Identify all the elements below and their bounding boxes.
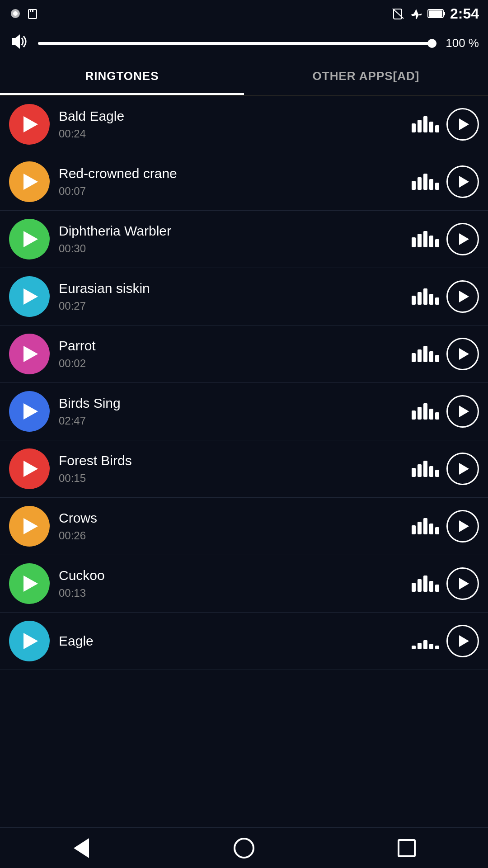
play-button[interactable] — [446, 223, 479, 255]
ringtone-duration: 02:47 — [59, 415, 403, 427]
volume-percentage: 100 % — [446, 36, 479, 50]
ringtone-info: Crows00:26 — [59, 510, 403, 542]
back-icon — [74, 838, 89, 858]
ringtone-name: Eagle — [59, 633, 403, 649]
list-item: Crows00:26 — [0, 498, 488, 555]
ringtone-actions — [412, 510, 479, 542]
audio-bars-icon[interactable] — [412, 116, 439, 132]
ringtone-info: Parrot00:02 — [59, 338, 403, 370]
volume-slider[interactable] — [38, 42, 436, 45]
ringtone-actions — [412, 108, 479, 141]
ringtone-duration: 00:02 — [59, 357, 403, 370]
ringtone-actions — [412, 395, 479, 428]
volume-thumb[interactable] — [427, 39, 436, 48]
play-button[interactable] — [446, 453, 479, 485]
ringtone-actions — [412, 625, 479, 657]
ringtone-duration: 00:24 — [59, 127, 403, 140]
time-display: 2:54 — [450, 5, 479, 22]
play-button[interactable] — [446, 280, 479, 313]
play-circle-button[interactable] — [9, 621, 50, 661]
play-circle-button[interactable] — [9, 334, 50, 374]
ringtone-info: Eurasian siskin00:27 — [59, 281, 403, 312]
ringtone-name: Bald Eagle — [59, 108, 403, 124]
list-item: Forest Birds00:15 — [0, 440, 488, 498]
nav-back-button[interactable] — [68, 835, 95, 862]
ringtone-actions — [412, 165, 479, 198]
ringtone-name: Diphtheria Warbler — [59, 223, 403, 239]
play-circle-button[interactable] — [9, 448, 50, 489]
ringtone-info: Diphtheria Warbler00:30 — [59, 223, 403, 255]
play-triangle-icon — [459, 176, 469, 188]
play-triangle-icon — [459, 233, 469, 245]
audio-bars-icon[interactable] — [412, 461, 439, 477]
play-circle-button[interactable] — [9, 104, 50, 145]
svg-rect-9 — [429, 10, 442, 17]
status-bar: 2:54 — [0, 0, 488, 27]
volume-icon — [9, 32, 29, 55]
ringtone-list: Bald Eagle00:24Red-crowned crane00:07Dip… — [0, 96, 488, 670]
play-icon — [23, 346, 38, 362]
ringtone-info: Forest Birds00:15 — [59, 453, 403, 485]
play-circle-button[interactable] — [9, 161, 50, 202]
status-right-icons: 2:54 — [391, 5, 479, 22]
ringtone-actions — [412, 338, 479, 370]
play-icon — [23, 403, 38, 420]
ringtone-actions — [412, 567, 479, 600]
svg-point-1 — [13, 11, 18, 16]
ringtone-duration: 00:27 — [59, 300, 403, 312]
ringtone-name: Parrot — [59, 338, 403, 354]
sd-card-icon — [26, 7, 39, 20]
play-icon — [23, 116, 38, 132]
no-sim-icon — [391, 7, 405, 20]
ringtone-info: Bald Eagle00:24 — [59, 108, 403, 140]
audio-bars-icon[interactable] — [412, 403, 439, 420]
audio-bars-icon[interactable] — [412, 346, 439, 362]
play-button[interactable] — [446, 625, 479, 657]
audio-bars-icon[interactable] — [412, 518, 439, 534]
ringtone-name: Forest Birds — [59, 453, 403, 468]
play-circle-button[interactable] — [9, 276, 50, 317]
play-icon — [23, 461, 38, 477]
play-button[interactable] — [446, 165, 479, 198]
volume-bar: 100 % — [0, 27, 488, 59]
ringtone-info: Cuckoo00:13 — [59, 568, 403, 599]
record-icon — [9, 7, 22, 20]
recent-icon — [398, 839, 416, 857]
tabs-bar: RINGTONES OTHER APPS[AD] — [0, 59, 488, 96]
play-circle-button[interactable] — [9, 506, 50, 547]
ringtone-name: Cuckoo — [59, 568, 403, 583]
nav-recent-button[interactable] — [393, 835, 420, 862]
audio-bars-icon[interactable] — [412, 633, 439, 649]
play-icon — [23, 231, 38, 247]
audio-bars-icon[interactable] — [412, 288, 439, 305]
audio-bars-icon[interactable] — [412, 174, 439, 190]
volume-fill — [38, 42, 436, 45]
home-icon — [234, 838, 254, 859]
play-button[interactable] — [446, 510, 479, 542]
svg-rect-3 — [30, 9, 31, 12]
list-item: Eagle — [0, 613, 488, 670]
ringtone-duration: 00:07 — [59, 185, 403, 198]
nav-bar — [0, 827, 488, 868]
play-circle-button[interactable] — [9, 391, 50, 432]
nav-home-button[interactable] — [230, 835, 258, 862]
play-button[interactable] — [446, 567, 479, 600]
list-item: Red-crowned crane00:07 — [0, 153, 488, 211]
play-triangle-icon — [459, 520, 469, 532]
audio-bars-icon[interactable] — [412, 231, 439, 247]
play-circle-button[interactable] — [9, 219, 50, 259]
tab-other-apps[interactable]: OTHER APPS[AD] — [244, 59, 488, 95]
ringtone-actions — [412, 280, 479, 313]
play-button[interactable] — [446, 338, 479, 370]
ringtone-duration: 00:13 — [59, 587, 403, 599]
ringtone-info: Birds Sing02:47 — [59, 396, 403, 427]
list-item: Eurasian siskin00:27 — [0, 268, 488, 326]
audio-bars-icon[interactable] — [412, 576, 439, 592]
play-button[interactable] — [446, 108, 479, 141]
play-triangle-icon — [459, 578, 469, 590]
status-left-icons — [9, 7, 39, 20]
play-triangle-icon — [459, 635, 469, 647]
tab-ringtones[interactable]: RINGTONES — [0, 59, 244, 95]
play-circle-button[interactable] — [9, 563, 50, 604]
play-button[interactable] — [446, 395, 479, 428]
